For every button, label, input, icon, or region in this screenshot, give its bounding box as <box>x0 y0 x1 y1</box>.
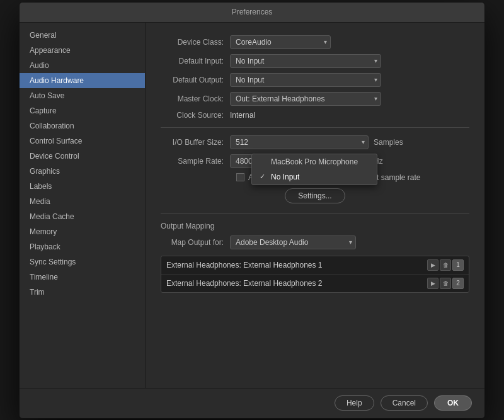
output-num-2: 2 <box>452 278 464 289</box>
clock-source-label: Clock Source: <box>161 111 230 120</box>
buffer-size-select-wrapper: 512 ▾ <box>230 135 369 149</box>
map-output-row: Map Output for: Adobe Desktop Audio ▾ <box>161 236 469 249</box>
help-button[interactable]: Help <box>335 395 374 411</box>
sidebar-item-graphics[interactable]: Graphics <box>20 164 145 179</box>
dropdown-item-macbook[interactable]: MacBook Pro Microphone <box>252 154 377 169</box>
sidebar-item-memory[interactable]: Memory <box>20 224 145 239</box>
sidebar-item-audio-hardware[interactable]: Audio Hardware <box>20 73 145 88</box>
master-clock-label: Master Clock: <box>161 94 230 103</box>
cancel-button[interactable]: Cancel <box>381 395 428 411</box>
output-controls-2: ▶ 🗑 2 <box>427 278 464 289</box>
dropdown-checkmark-noinput: ✓ <box>260 173 267 181</box>
main-content: Device Class: CoreAudio ▾ Default Input:… <box>146 23 484 388</box>
output-table: External Headphones: External Headphones… <box>161 256 469 293</box>
default-output-select-wrapper: No Input ▾ <box>230 73 381 87</box>
sidebar-item-audio[interactable]: Audio <box>20 58 145 73</box>
output-row-1: External Headphones: External Headphones… <box>161 256 469 275</box>
sidebar-item-labels[interactable]: Labels <box>20 179 145 194</box>
map-output-select-wrapper: Adobe Desktop Audio ▾ <box>230 236 356 249</box>
device-class-select[interactable]: CoreAudio <box>230 35 331 49</box>
divider-2 <box>161 213 469 214</box>
default-input-select[interactable]: No Input <box>230 54 381 68</box>
device-class-select-wrapper: CoreAudio ▾ <box>230 35 331 49</box>
preferences-window: Preferences GeneralAppearanceAudioAudio … <box>19 2 485 419</box>
device-class-row: Device Class: CoreAudio ▾ <box>161 35 469 49</box>
sidebar-item-sync-settings[interactable]: Sync Settings <box>20 254 145 270</box>
settings-btn-row: Settings... <box>161 188 469 203</box>
footer: Help Cancel OK <box>20 388 484 418</box>
sidebar-item-media-cache[interactable]: Media Cache <box>20 209 145 224</box>
sidebar-item-timeline[interactable]: Timeline <box>20 270 145 285</box>
output-num-1: 1 <box>452 259 464 271</box>
dropdown-item-label-noinput: No Input <box>271 173 299 181</box>
map-output-select[interactable]: Adobe Desktop Audio <box>230 236 356 249</box>
sidebar-item-appearance[interactable]: Appearance <box>20 43 145 58</box>
clock-source-row: Clock Source: Internal <box>161 111 469 120</box>
buffer-size-select[interactable]: 512 <box>230 135 369 149</box>
buffer-size-unit: Samples <box>374 138 403 147</box>
output-mapping-title: Output Mapping <box>161 222 469 230</box>
map-output-label: Map Output for: <box>161 238 230 247</box>
sidebar-item-collaboration[interactable]: Collaboration <box>20 118 145 133</box>
default-input-row: Default Input: No Input ▾ <box>161 54 469 68</box>
default-output-select[interactable]: No Input <box>230 73 381 87</box>
output-delete-btn-2[interactable]: 🗑 <box>440 278 451 289</box>
force-hardware-checkbox[interactable] <box>236 173 244 181</box>
default-output-dropdown: MacBook Pro Microphone ✓ No Input <box>251 154 377 185</box>
dropdown-item-label-macbook: MacBook Pro Microphone <box>271 157 358 166</box>
output-play-btn-2[interactable]: ▶ <box>427 278 438 289</box>
clock-source-value: Internal <box>230 111 255 120</box>
sidebar-item-trim[interactable]: Trim <box>20 285 145 300</box>
ok-button[interactable]: OK <box>434 395 472 411</box>
sidebar-item-control-surface[interactable]: Control Surface <box>20 133 145 149</box>
output-row-2: External Headphones: External Headphones… <box>161 275 469 292</box>
output-row-label-2: External Headphones: External Headphones… <box>166 279 427 288</box>
sidebar: GeneralAppearanceAudioAudio HardwareAuto… <box>20 23 146 388</box>
dropdown-item-noinput[interactable]: ✓ No Input <box>252 169 377 184</box>
master-clock-row: Master Clock: Out: External Headphones ▾ <box>161 92 469 106</box>
output-controls-1: ▶ 🗑 1 <box>427 259 464 271</box>
sample-rate-label: Sample Rate: <box>161 157 230 166</box>
output-delete-btn-1[interactable]: 🗑 <box>440 259 451 271</box>
output-play-btn-1[interactable]: ▶ <box>427 259 438 271</box>
window-body: GeneralAppearanceAudioAudio HardwareAuto… <box>20 23 484 388</box>
buffer-size-row: I/O Buffer Size: 512 ▾ Samples <box>161 135 469 149</box>
buffer-size-label: I/O Buffer Size: <box>161 138 230 147</box>
divider-1 <box>161 127 469 128</box>
master-clock-select-wrapper: Out: External Headphones ▾ <box>230 92 381 106</box>
window-title: Preferences <box>232 8 273 16</box>
sidebar-item-auto-save[interactable]: Auto Save <box>20 88 145 103</box>
output-row-label-1: External Headphones: External Headphones… <box>166 261 427 270</box>
sidebar-item-media[interactable]: Media <box>20 194 145 209</box>
settings-button[interactable]: Settings... <box>285 188 345 203</box>
device-class-label: Device Class: <box>161 38 230 47</box>
output-mapping-section: Output Mapping Map Output for: Adobe Des… <box>161 222 469 293</box>
sidebar-item-capture[interactable]: Capture <box>20 103 145 118</box>
default-output-label: Default Output: <box>161 76 230 84</box>
default-output-row: Default Output: No Input ▾ MacBook Pro M… <box>161 73 469 87</box>
default-input-select-wrapper: No Input ▾ <box>230 54 381 68</box>
default-input-label: Default Input: <box>161 57 230 65</box>
title-bar: Preferences <box>20 3 484 23</box>
master-clock-select[interactable]: Out: External Headphones <box>230 92 381 106</box>
sidebar-item-device-control[interactable]: Device Control <box>20 149 145 164</box>
sidebar-item-playback[interactable]: Playback <box>20 239 145 254</box>
sidebar-item-general[interactable]: General <box>20 28 145 43</box>
